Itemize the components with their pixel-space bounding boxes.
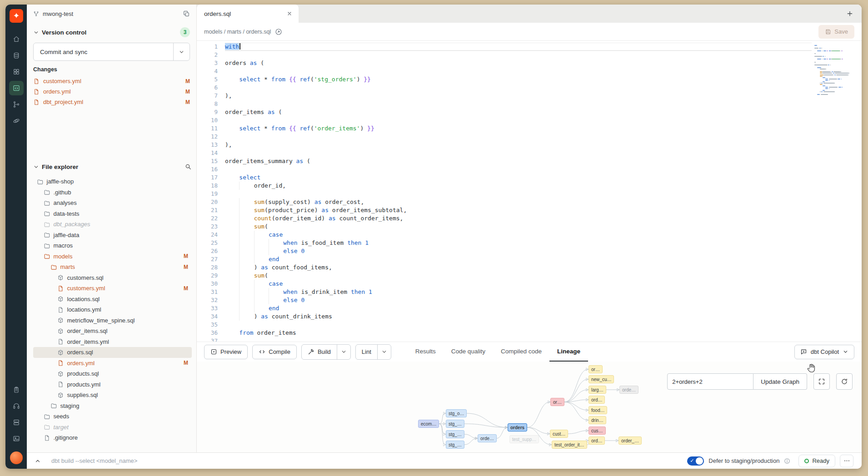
- code-content[interactable]: withorders as ( select * from {{ ref('st…: [218, 41, 812, 342]
- update-graph-button[interactable]: Update Graph: [753, 373, 807, 390]
- copy-icon[interactable]: [183, 10, 190, 17]
- cli-command-text[interactable]: dbt build --select <model_name>: [51, 457, 137, 464]
- workspace-header[interactable]: mwong-test: [27, 5, 196, 23]
- commit-and-sync-button[interactable]: Commit and sync: [33, 43, 190, 61]
- lint-button[interactable]: Lint: [356, 345, 377, 359]
- commit-and-sync-label[interactable]: Commit and sync: [34, 43, 173, 60]
- tree-item-.gitignore[interactable]: .gitignore: [33, 432, 192, 443]
- lineage-node-or[interactable]: or…: [550, 398, 564, 406]
- tree-item-products.yml[interactable]: products.yml: [33, 379, 192, 390]
- tab-orders-sql[interactable]: orders.sql: [197, 5, 299, 23]
- tree-item-order_items.sql[interactable]: order_items.sql: [33, 326, 192, 337]
- lineage-node-drin[interactable]: drin…: [589, 416, 606, 424]
- tree-item-analyses[interactable]: analyses: [33, 198, 192, 208]
- defer-toggle[interactable]: ✓: [687, 456, 704, 466]
- rail-item-headset-icon[interactable]: [9, 399, 24, 413]
- tree-item-orders.yml[interactable]: orders.ymlM: [33, 358, 192, 369]
- tree-item-orders.sql[interactable]: orders.sql: [33, 347, 192, 358]
- file-explorer-header[interactable]: File explorer: [33, 159, 192, 174]
- rail-item-image-icon[interactable]: [9, 431, 24, 446]
- more-options-button[interactable]: [840, 455, 853, 467]
- build-button[interactable]: Build: [302, 345, 337, 359]
- lineage-node-ord[interactable]: ord…: [589, 436, 605, 445]
- lint-options-caret[interactable]: [377, 345, 391, 359]
- lineage-node-cust[interactable]: cust…: [550, 430, 568, 438]
- tree-item-models[interactable]: modelsM: [33, 251, 192, 262]
- tree-item-products.sql[interactable]: products.sql: [33, 368, 192, 379]
- new-tab-button[interactable]: [844, 8, 855, 19]
- lineage-node-orders[interactable]: orders: [508, 423, 527, 431]
- changed-file-row[interactable]: orders.ymlM: [33, 86, 190, 97]
- dbt-copilot-button[interactable]: dbt Copilot: [794, 345, 854, 359]
- rail-item-develop-code-icon[interactable]: [9, 81, 24, 95]
- result-tab-results[interactable]: Results: [408, 342, 444, 362]
- result-tab-lineage[interactable]: Lineage: [549, 342, 588, 362]
- tree-item-dbt_packages[interactable]: dbt_packages: [33, 219, 192, 230]
- rail-item-apps-grid-icon[interactable]: [9, 64, 24, 79]
- lineage-node-larg[interactable]: larg…: [589, 386, 606, 394]
- tree-item-supplies.sql[interactable]: supplies.sql: [33, 390, 192, 401]
- status-ready-button[interactable]: Ready: [798, 455, 835, 467]
- lineage-node-ord[interactable]: ord…: [589, 396, 605, 404]
- lineage-panel[interactable]: Update Graph ecom…stg_o…stg_…stg_…stg_…o…: [197, 362, 862, 452]
- lineage-node-orde[interactable]: orde…: [478, 434, 497, 442]
- changed-file-row[interactable]: customers.ymlM: [33, 76, 190, 86]
- rail-item-database-icon[interactable]: [9, 48, 24, 63]
- tree-item-customers.sql[interactable]: customers.sql: [33, 273, 192, 283]
- tree-item-locations.yml[interactable]: locations.yml: [33, 304, 192, 315]
- user-avatar[interactable]: [10, 451, 23, 464]
- search-icon[interactable]: [185, 163, 192, 170]
- rail-item-orbit-icon[interactable]: [9, 114, 24, 128]
- tree-item-marts[interactable]: martsM: [33, 262, 192, 273]
- rail-item-server-icon[interactable]: [9, 415, 24, 430]
- tree-item-label: products.sql: [67, 370, 99, 377]
- tree-item-metricflow_time_spine.sql[interactable]: metricflow_time_spine.sql: [33, 315, 192, 326]
- lineage-node-stg_[interactable]: stg_…: [446, 420, 464, 428]
- tree-item-jaffle-shop[interactable]: jaffle-shop: [33, 176, 192, 187]
- expand-console-button[interactable]: [32, 456, 43, 466]
- lineage-node-orde[interactable]: orde…: [619, 386, 639, 394]
- lineage-node-food[interactable]: food…: [589, 406, 607, 414]
- version-control-header[interactable]: Version control 3: [33, 25, 190, 40]
- dbt-logo[interactable]: [10, 9, 23, 23]
- rail-item-home-icon[interactable]: [9, 32, 24, 46]
- fullscreen-button[interactable]: [813, 373, 830, 390]
- tree-item-data-tests[interactable]: data-tests: [33, 208, 192, 219]
- code-editor[interactable]: 1234567891011121314151617181920212223242…: [197, 41, 862, 342]
- commit-options-caret[interactable]: [173, 43, 190, 60]
- lineage-node-stg_[interactable]: stg_…: [446, 441, 464, 449]
- result-tab-compiled-code[interactable]: Compiled code: [493, 342, 549, 362]
- lineage-selector-input[interactable]: [667, 373, 753, 390]
- tree-item-.github[interactable]: .github: [33, 187, 192, 198]
- lineage-node-order_[interactable]: order_…: [619, 436, 642, 445]
- open-link-icon[interactable]: [275, 28, 282, 35]
- rail-item-branch-icon[interactable]: [9, 97, 24, 112]
- lineage-node-ecom[interactable]: ecom…: [418, 420, 439, 428]
- compile-button[interactable]: Compile: [252, 345, 297, 359]
- lineage-node-new_cu[interactable]: new_cu…: [589, 375, 614, 383]
- changed-file-row[interactable]: dbt_project.ymlM: [33, 97, 190, 107]
- tree-item-target[interactable]: target: [33, 422, 192, 433]
- refresh-button[interactable]: [836, 373, 853, 390]
- lineage-node-stg_[interactable]: stg_…: [446, 430, 464, 438]
- lineage-node-stg_o[interactable]: stg_o…: [446, 409, 467, 417]
- tree-item-staging[interactable]: staging: [33, 401, 192, 412]
- close-icon[interactable]: [285, 9, 294, 18]
- save-button[interactable]: Save: [818, 25, 854, 39]
- preview-button[interactable]: Preview: [204, 345, 248, 359]
- lineage-node-test_order_it[interactable]: test_order_it…: [552, 441, 587, 449]
- tree-item-order_items.yml[interactable]: order_items.yml: [33, 337, 192, 347]
- rail-item-clipboard-icon[interactable]: [9, 382, 24, 397]
- tree-item-customers.yml[interactable]: customers.ymlM: [33, 283, 192, 294]
- lineage-node-cus[interactable]: cus…: [589, 426, 606, 435]
- lineage-node-or[interactable]: or…: [589, 365, 603, 373]
- lineage-node-test_supp[interactable]: test_supp…: [509, 435, 539, 443]
- tree-item-jaffle-data[interactable]: jaffle-data: [33, 230, 192, 241]
- tree-item-macros[interactable]: macros: [33, 240, 192, 251]
- build-options-caret[interactable]: [337, 345, 350, 359]
- result-tab-code-quality[interactable]: Code quality: [444, 342, 493, 362]
- tree-item-seeds[interactable]: seeds: [33, 411, 192, 422]
- minimap[interactable]: [812, 41, 862, 342]
- info-icon[interactable]: [784, 458, 790, 464]
- tree-item-locations.sql[interactable]: locations.sql: [33, 294, 192, 305]
